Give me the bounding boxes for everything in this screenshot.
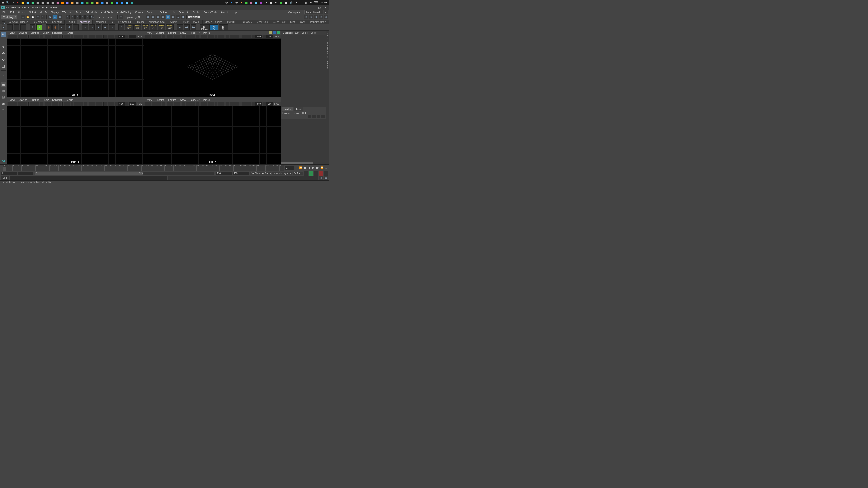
vp-menu-show[interactable]: Show <box>41 98 50 101</box>
vp-colorspace-label[interactable]: sRGB <box>274 35 280 38</box>
wire-toggle-icon[interactable] <box>273 31 276 34</box>
script-editor-icon[interactable]: ▤ <box>319 176 323 180</box>
last-tool-icon[interactable]: · <box>1 72 6 78</box>
tray-battery-icon[interactable]: ▯ <box>304 1 308 4</box>
character-set-dropdown[interactable]: No Character Set <box>250 172 272 175</box>
menu-cache[interactable]: Cache <box>191 10 202 14</box>
layer-btn-b-icon[interactable] <box>312 115 315 119</box>
shelf-button[interactable]: ╫ <box>53 24 58 30</box>
vp-tool-icon[interactable] <box>162 102 164 105</box>
render-icon[interactable]: ▦ <box>146 15 150 19</box>
menuset-selector[interactable]: Modeling <box>1 15 18 19</box>
channel-box-hscroll[interactable] <box>281 162 326 164</box>
vp-tool-icon[interactable] <box>182 35 185 38</box>
vp-tool-icon[interactable] <box>204 35 207 38</box>
tray-icon[interactable]: ▆ <box>250 1 253 4</box>
app-icon[interactable]: ▆ <box>31 1 34 4</box>
vp-tool-icon[interactable] <box>104 35 107 38</box>
shelf-tab-animation[interactable]: Animation <box>77 20 93 24</box>
app-icon[interactable]: ▆ <box>115 1 119 4</box>
pref-a-icon[interactable] <box>314 171 318 175</box>
vp-tool-icon[interactable] <box>74 35 77 38</box>
vp-tool-icon[interactable] <box>40 102 43 105</box>
vp-tool-icon[interactable] <box>208 35 211 38</box>
vp-tool-icon[interactable] <box>226 35 229 38</box>
vp-menu-lighting[interactable]: Lighting <box>29 98 41 101</box>
snap-live-icon[interactable]: ⊙ <box>86 15 90 19</box>
vp-tool-icon[interactable] <box>89 35 92 38</box>
vp-tool-icon[interactable] <box>33 102 36 105</box>
task-view-icon[interactable]: ⧉ <box>11 1 14 4</box>
close-button[interactable]: ✕ <box>322 5 328 9</box>
vp-menu-view[interactable]: View <box>8 98 17 101</box>
play-fwd-icon[interactable]: ▶ <box>312 166 315 170</box>
vp-tool-icon[interactable] <box>145 35 148 38</box>
new-scene-icon[interactable]: ▭ <box>21 15 25 19</box>
vp-tool-icon[interactable] <box>115 102 118 105</box>
vp-tool-icon[interactable] <box>155 102 158 105</box>
vp-tool-icon[interactable] <box>111 102 114 105</box>
menu-uv[interactable]: UV <box>170 10 177 14</box>
app-icon[interactable]: ▆ <box>66 1 69 4</box>
shelf-scale-mf[interactable]: MMF <box>219 24 228 30</box>
select-component-mode-icon[interactable]: ▦ <box>58 15 62 19</box>
shelf-tab-animation-user[interactable]: Animation_User <box>146 20 168 24</box>
vp-tool-icon[interactable] <box>170 35 174 38</box>
vp-tool-icon[interactable] <box>158 102 161 105</box>
app-icon[interactable]: ▆ <box>105 1 109 4</box>
vp-colorspace-label[interactable]: sRGB <box>136 35 143 38</box>
menu-bonus-tools[interactable]: Bonus Tools <box>202 10 219 14</box>
vp-tool-icon[interactable] <box>89 102 92 105</box>
vp-menu-renderer[interactable]: Renderer <box>188 98 201 101</box>
vp-colorspace-label[interactable]: sRGB <box>274 103 280 105</box>
vp-tool-icon[interactable] <box>108 102 111 105</box>
vp-tool-icon[interactable] <box>40 35 43 38</box>
tray-icon[interactable]: ☁ <box>265 1 268 4</box>
rotate-tool-icon[interactable]: ↻ <box>1 57 6 62</box>
shelf-tab-rendering[interactable]: Rendering <box>93 20 108 24</box>
menu-help[interactable]: Help <box>230 10 239 14</box>
tray-volume-icon[interactable]: 🔊 <box>289 1 293 4</box>
menu-mesh[interactable]: Mesh <box>74 10 84 14</box>
xray-toggle-icon[interactable] <box>269 31 272 34</box>
app-icon[interactable]: ● <box>16 1 20 4</box>
workspace-options-icon[interactable]: ≡ <box>324 10 328 14</box>
range-end-inner[interactable]: 120 <box>216 172 232 175</box>
vp-tool-icon[interactable] <box>162 35 164 38</box>
layout-single-icon[interactable]: ▣ <box>1 82 6 87</box>
layer-btn-d-icon[interactable] <box>321 115 324 119</box>
shelf-button[interactable]: ⤡ <box>73 24 79 30</box>
vp-tool-icon[interactable] <box>226 102 229 105</box>
menu-file[interactable]: File <box>1 10 8 14</box>
shelf-button[interactable]: ↺ <box>66 24 72 30</box>
vp-tool-icon[interactable] <box>237 35 239 38</box>
vp-tool-icon[interactable] <box>208 102 211 105</box>
vp-tool-icon[interactable] <box>170 102 174 105</box>
vp-tool-icon[interactable] <box>192 102 195 105</box>
menu-mesh-display[interactable]: Mesh Display <box>115 10 133 14</box>
vp-menu-show[interactable]: Show <box>41 31 50 34</box>
shelf-tab-sculpting[interactable]: Sculpting <box>50 20 64 24</box>
vp-tool-icon[interactable] <box>77 102 80 105</box>
maya-taskbar-icon[interactable]: ▆ <box>130 1 134 4</box>
vp-gamma-icon[interactable] <box>125 102 128 105</box>
shelf-tab-turtle[interactable]: TURTLE <box>224 20 239 24</box>
vp-tool-icon[interactable] <box>211 102 214 105</box>
loop-icon[interactable] <box>304 171 308 175</box>
vp-tool-icon[interactable] <box>64 35 67 38</box>
vp-gamma-field[interactable]: 1.00 <box>266 102 273 105</box>
vp-menu-show[interactable]: Show <box>178 31 187 34</box>
vp-menu-lighting[interactable]: Lighting <box>29 31 41 34</box>
menu-display[interactable]: Display <box>49 10 60 14</box>
shelf-bonus-ma[interactable]: BONUSTOOLMA <box>142 24 149 30</box>
shelf-button[interactable]: ◇ <box>82 24 88 30</box>
vp-tool-icon[interactable] <box>233 35 236 38</box>
tray-lang-icon[interactable]: A <box>309 1 313 4</box>
app-icon[interactable]: ▆ <box>90 1 94 4</box>
shelf-button[interactable]: ◀▮ <box>184 24 190 30</box>
vp-tool-icon[interactable] <box>92 102 95 105</box>
vp-tool-icon[interactable] <box>230 102 233 105</box>
shelf-button[interactable]: ◇ <box>89 24 95 30</box>
vp-menu-panels[interactable]: Panels <box>64 98 74 101</box>
vp-tool-icon[interactable] <box>192 35 195 38</box>
